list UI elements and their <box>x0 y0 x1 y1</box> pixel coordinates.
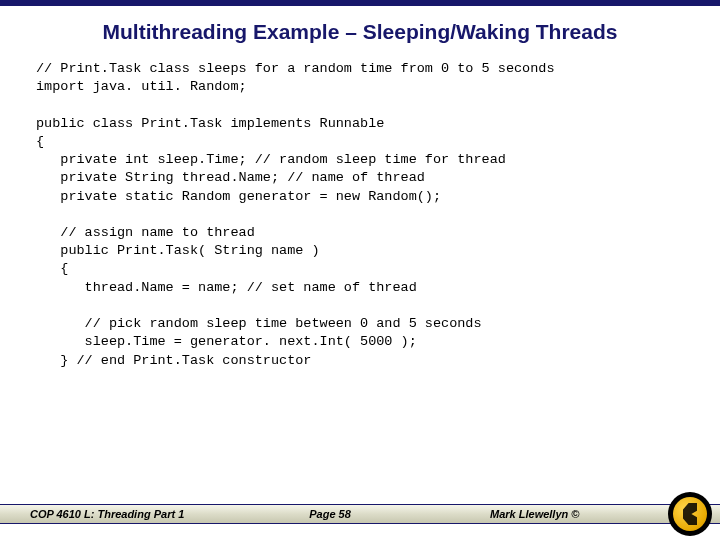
footer-author: Mark Llewellyn © <box>430 508 690 520</box>
footer-course: COP 4610 L: Threading Part 1 <box>30 508 230 520</box>
slide-title: Multithreading Example – Sleeping/Waking… <box>0 6 720 60</box>
footer-page: Page 58 <box>230 508 430 520</box>
footer-bar: COP 4610 L: Threading Part 1 Page 58 Mar… <box>0 504 720 524</box>
slide: Multithreading Example – Sleeping/Waking… <box>0 0 720 540</box>
ucf-logo <box>668 492 712 536</box>
footer: COP 4610 L: Threading Part 1 Page 58 Mar… <box>0 496 720 540</box>
code-block: // Print.Task class sleeps for a random … <box>0 60 720 370</box>
